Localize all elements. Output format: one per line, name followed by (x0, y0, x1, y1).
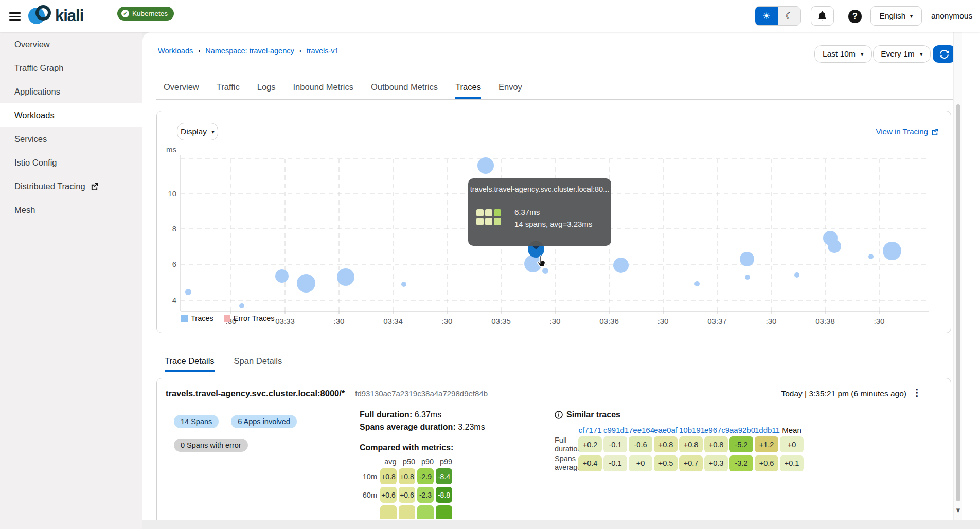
tooltip-heat-cell (494, 209, 501, 216)
similar-trace-link[interactable]: e967c9 (704, 426, 728, 434)
compared-heat-cell: +0.6 (380, 487, 397, 503)
x-tick-label: 03:35 (491, 317, 511, 325)
tab-traces[interactable]: Traces (455, 82, 481, 99)
tabs-divider (156, 99, 954, 100)
trace-bubble[interactable] (694, 281, 700, 286)
sidebar-item-istio-config[interactable]: Istio Config (0, 151, 142, 174)
similar-trace-link[interactable]: 1ddb11 (755, 426, 778, 434)
duration-select[interactable]: Last 10m ▾ (814, 45, 872, 63)
info-icon (555, 411, 563, 419)
similar-heat-cell: -0.6 (629, 436, 652, 452)
compared-row: 60m+0.6+0.6-2.3-8.8 (360, 487, 485, 503)
tab-logs[interactable]: Logs (257, 82, 276, 99)
trace-bubble[interactable] (745, 275, 750, 280)
username[interactable]: anonymous (931, 11, 972, 21)
kiali-app: kiali ✓ Kubernetes ☀ ☾ ? English ▾ anony… (0, 0, 980, 529)
refresh-interval-select[interactable]: Every 1m ▾ (873, 45, 931, 63)
similar-traces-heatmap: cf7171c991d17ee164eae0af10b191e967c9aa92… (555, 426, 804, 472)
compared-header: p90 (419, 458, 436, 466)
x-tick-label: :30 (442, 317, 453, 325)
tab-outbound-metrics[interactable]: Outbound Metrics (371, 82, 438, 99)
breadcrumb-link[interactable]: travels-v1 (307, 47, 339, 55)
similar-heat-cell: +1.2 (755, 436, 778, 452)
trace-bubble[interactable] (239, 303, 244, 308)
sidebar-item-distributed-tracing[interactable]: Distributed Tracing (0, 174, 142, 198)
breadcrumb-link[interactable]: Namespace: travel-agency (205, 47, 294, 55)
tab-envoy[interactable]: Envoy (498, 82, 522, 99)
refresh-button[interactable] (933, 45, 956, 63)
help-button[interactable]: ? (848, 10, 862, 23)
sidebar: OverviewTraffic GraphApplicationsWorkloa… (0, 32, 142, 529)
tooltip-heat-cell (485, 218, 492, 225)
trace-bubble[interactable] (740, 252, 754, 266)
similar-trace-link[interactable]: cf7171 (578, 426, 602, 434)
check-icon: ✓ (121, 10, 129, 17)
sidebar-item-mesh[interactable]: Mesh (0, 198, 142, 222)
similar-trace-link[interactable]: c991d1 (603, 426, 627, 434)
detail-tab-span-details[interactable]: Span Details (234, 356, 282, 372)
sidebar-item-traffic-graph[interactable]: Traffic Graph (0, 56, 142, 80)
similar-heat-cell: +0.6 (755, 455, 778, 471)
compared-row: 10m+0.8+0.8-2.9-8.4 (360, 468, 485, 484)
scroll-down-icon[interactable]: ▼ (955, 506, 961, 514)
similar-heat-cell: +0.8 (704, 436, 728, 452)
breadcrumb-link[interactable]: Workloads (158, 47, 193, 55)
legend-label: Traces (191, 314, 213, 322)
chevron-down-icon: ▾ (910, 12, 913, 20)
trace-metrics-column: Full duration: 6.37ms Spans average dura… (360, 410, 485, 519)
scrollbar-thumb[interactable] (956, 104, 960, 501)
trace-bubble[interactable] (185, 289, 191, 295)
tab-overview[interactable]: Overview (164, 82, 199, 99)
tooltip-heat-cell (476, 218, 484, 225)
hamburger-menu-icon[interactable] (9, 10, 21, 22)
trace-bubble[interactable] (542, 268, 548, 274)
similar-heat-cell: +0 (780, 436, 804, 452)
trace-bubble[interactable] (883, 242, 901, 260)
sidebar-item-applications[interactable]: Applications (0, 80, 142, 103)
similar-trace-link[interactable]: aa92b0 (729, 426, 753, 434)
trace-tooltip: travels.travel-agency.svc.cluster.local:… (468, 178, 611, 246)
trace-bubble[interactable] (613, 258, 629, 273)
sidebar-item-services[interactable]: Services (0, 127, 142, 151)
compared-row-label: 10m (360, 472, 380, 481)
kebab-menu-button[interactable]: ⋮ (912, 387, 922, 398)
traces-chart-panel: Display ▾ View in Tracing 10864:3003:33:… (156, 111, 951, 333)
notifications-button[interactable] (811, 6, 834, 26)
sidebar-item-workloads[interactable]: Workloads (0, 103, 142, 127)
trace-bubble[interactable] (297, 274, 315, 293)
similar-trace-link[interactable]: eae0af (654, 426, 678, 434)
trace-bubble[interactable] (477, 157, 494, 174)
trace-bubble[interactable] (828, 240, 841, 253)
similar-heat-cell: +0.8 (679, 436, 703, 452)
trace-bubble[interactable] (337, 268, 354, 286)
trace-bubble[interactable] (794, 272, 799, 278)
trace-bubble[interactable] (401, 282, 406, 287)
similar-row: Full duration+0.2-0.1-0.6+0.8+0.8+0.8-5.… (555, 436, 804, 453)
detail-tab-trace-details[interactable]: Trace Details (165, 356, 215, 372)
compared-header: p50 (401, 458, 417, 466)
compared-heat-cell (436, 505, 452, 519)
similar-row-cells: +0.2-0.1-0.6+0.8+0.8+0.8-5.2+1.2+0 (578, 436, 804, 452)
similar-trace-link[interactable]: 10b191 (679, 426, 703, 434)
similar-heat-cell: -5.2 (729, 436, 753, 452)
tab-traffic[interactable]: Traffic (217, 82, 240, 99)
tab-inbound-metrics[interactable]: Inbound Metrics (293, 82, 353, 99)
compared-row (360, 505, 485, 519)
tooltip-duration: 6.37ms (514, 206, 592, 218)
chevron-down-icon: ▾ (920, 50, 923, 58)
chevron-down-icon: ▾ (861, 50, 864, 58)
trace-bubble[interactable] (868, 254, 874, 259)
dark-theme-button[interactable]: ☾ (778, 7, 800, 25)
trace-bubble[interactable] (275, 269, 289, 283)
compared-heat-cell: +0.6 (399, 487, 415, 503)
x-tick-label: :30 (874, 317, 885, 325)
x-tick-label: :30 (550, 317, 561, 325)
similar-trace-link[interactable]: 7ee164 (629, 426, 652, 434)
trace-id: fd93130ae7a2319c38a4a7298d9ef84b (355, 389, 488, 398)
similar-heat-cell: +0.3 (704, 455, 728, 471)
language-select[interactable]: English ▾ (870, 6, 922, 26)
kiali-brand: kiali (28, 4, 83, 28)
sidebar-item-overview[interactable]: Overview (0, 32, 142, 56)
light-theme-button[interactable]: ☀ (755, 7, 778, 25)
vertical-scrollbar[interactable]: ▼ (953, 32, 962, 520)
